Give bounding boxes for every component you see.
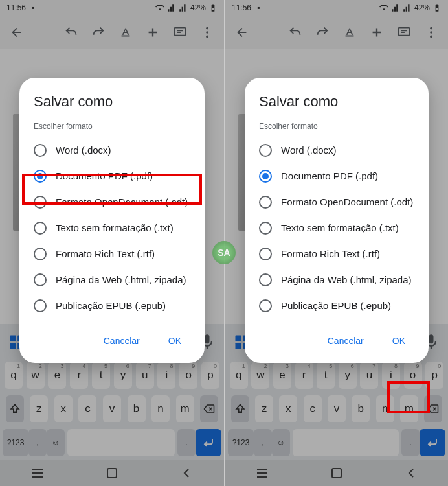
radio-icon [34, 222, 47, 235]
radio-icon [34, 273, 47, 286]
format-option[interactable]: Formato OpenDocument (.odt) [34, 189, 190, 215]
format-option[interactable]: Texto sem formatação (.txt) [259, 215, 414, 241]
radio-icon [34, 299, 47, 312]
dialog-actions: Cancelar OK [259, 329, 414, 353]
radio-icon [259, 196, 272, 209]
ok-button[interactable]: OK [163, 329, 186, 353]
format-option[interactable]: Formato Rich Text (.rtf) [259, 241, 414, 267]
option-label: Formato OpenDocument (.odt) [56, 196, 188, 209]
format-option[interactable]: Publicação EPUB (.epub) [34, 293, 190, 319]
watermark-icon: SA [212, 241, 236, 264]
dialog-subtitle: Escolher formato [259, 122, 414, 131]
radio-icon [259, 273, 272, 286]
format-option[interactable]: Word (.docx) [259, 137, 414, 163]
option-label: Word (.docx) [56, 145, 111, 157]
format-option[interactable]: Página da Web (.html, zipada) [34, 267, 190, 293]
cancel-button[interactable]: Cancelar [322, 329, 369, 353]
radio-icon [34, 248, 47, 260]
option-label: Publicação EPUB (.epub) [281, 300, 391, 312]
option-label: Formato Rich Text (.rtf) [281, 248, 380, 260]
format-option[interactable]: Word (.docx) [34, 137, 190, 163]
option-label: Documento PDF (.pdf) [281, 170, 378, 183]
option-label: Texto sem formatação (.txt) [56, 222, 174, 235]
option-label: Página da Web (.html, zipada) [281, 274, 412, 286]
save-as-dialog: Salvar como Escolher formato Word (.docx… [245, 78, 429, 363]
ok-button[interactable]: OK [387, 329, 410, 353]
option-label: Formato Rich Text (.rtf) [56, 248, 155, 260]
format-option[interactable]: Página da Web (.html, zipada) [259, 267, 414, 293]
radio-icon [259, 248, 272, 260]
format-option[interactable]: Publicação EPUB (.epub) [259, 293, 414, 319]
format-option[interactable]: Texto sem formatação (.txt) [34, 215, 190, 241]
save-as-dialog: Salvar como Escolher formato Word (.docx… [19, 78, 205, 363]
format-option[interactable]: Formato Rich Text (.rtf) [34, 241, 190, 267]
option-label: Word (.docx) [281, 145, 337, 157]
radio-icon [34, 196, 47, 209]
option-label: Página da Web (.html, zipada) [56, 274, 186, 286]
option-label: Publicação EPUB (.epub) [56, 300, 166, 312]
dialog-actions: Cancelar OK [34, 329, 190, 353]
format-option[interactable]: Documento PDF (.pdf) [34, 163, 190, 189]
dialog-title: Salvar como [34, 93, 190, 110]
radio-icon [34, 144, 47, 157]
radio-icon [259, 222, 272, 235]
cancel-button[interactable]: Cancelar [98, 329, 145, 353]
phone-left: 11:56 ▪ 42% [0, 0, 224, 486]
dialog-title: Salvar como [259, 93, 414, 110]
option-label: Documento PDF (.pdf) [56, 170, 153, 183]
dialog-subtitle: Escolher formato [34, 122, 190, 131]
phone-right: 11:56 ▪ 42% [224, 0, 448, 486]
format-option[interactable]: Documento PDF (.pdf) [259, 163, 414, 189]
format-options: Word (.docx)Documento PDF (.pdf)Formato … [34, 137, 190, 319]
radio-icon [34, 170, 47, 183]
radio-icon [259, 144, 272, 157]
format-option[interactable]: Formato OpenDocument (.odt) [259, 189, 414, 215]
radio-icon [259, 299, 272, 312]
option-label: Formato OpenDocument (.odt) [281, 196, 413, 209]
radio-icon [259, 170, 272, 183]
option-label: Texto sem formatação (.txt) [281, 222, 399, 235]
format-options: Word (.docx)Documento PDF (.pdf)Formato … [259, 137, 414, 319]
